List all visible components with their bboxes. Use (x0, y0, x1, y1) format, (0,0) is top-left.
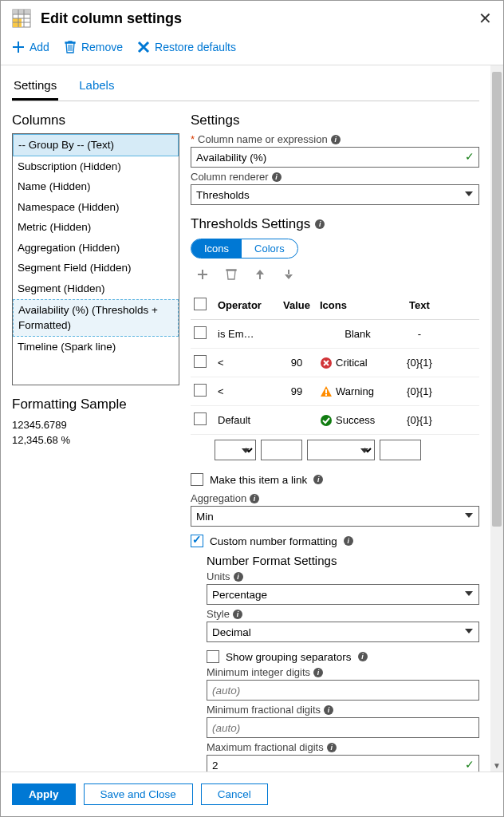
column-item[interactable]: -- Group By -- (Text) (13, 134, 179, 156)
columns-list[interactable]: -- Group By -- (Text) Subscription (Hidd… (12, 133, 179, 385)
info-icon[interactable]: i (327, 743, 337, 752)
column-item[interactable]: Timeline (Spark line) (13, 337, 179, 357)
min-frac-input[interactable] (207, 717, 479, 738)
threshold-up-icon[interactable] (253, 268, 267, 285)
info-icon[interactable]: i (234, 572, 243, 582)
threshold-row[interactable]: Default Success {0}{1} (191, 406, 479, 435)
tab-labels[interactable]: Labels (77, 73, 116, 101)
sample-header: Formatting Sample (12, 397, 179, 412)
add-button[interactable]: Add (12, 41, 49, 53)
column-item[interactable]: Segment (Hidden) (13, 278, 179, 299)
info-icon[interactable]: i (344, 536, 353, 546)
x-icon (137, 41, 150, 53)
new-text-input[interactable] (380, 440, 421, 460)
grouping-checkbox[interactable] (207, 650, 219, 663)
row-check[interactable] (194, 384, 207, 397)
scrollbar-thumb[interactable] (492, 72, 502, 527)
max-frac-input[interactable] (207, 755, 479, 772)
threshold-row[interactable]: < 90 Critical {0}{1} (191, 349, 479, 377)
threshold-down-icon[interactable] (282, 268, 296, 285)
make-link-checkbox[interactable] (191, 473, 203, 486)
threshold-mode-toggle[interactable]: Icons Colors (191, 239, 298, 259)
dialog-title: Edit column settings (41, 10, 478, 27)
svg-point-14 (321, 415, 332, 426)
custom-format-checkbox[interactable] (191, 535, 203, 547)
column-item[interactable]: Metric (Hidden) (13, 217, 179, 238)
row-check[interactable] (194, 326, 207, 339)
svg-rect-13 (325, 394, 327, 396)
sample-formatted: 12,345.68 % (12, 432, 179, 448)
column-name-input[interactable] (191, 147, 479, 168)
restore-button[interactable]: Restore defaults (137, 41, 236, 53)
info-icon[interactable]: i (250, 494, 259, 503)
aggregation-select[interactable]: Min (191, 506, 479, 527)
row-check[interactable] (194, 412, 207, 425)
threshold-add-icon[interactable] (195, 268, 210, 285)
min-int-input[interactable] (207, 680, 479, 701)
column-item[interactable]: Availability (%) (Thresholds + Formatted… (13, 299, 179, 337)
column-item[interactable]: Subscription (Hidden) (13, 156, 179, 177)
info-icon[interactable]: i (233, 610, 242, 619)
new-op-select[interactable] (215, 440, 256, 460)
scrollbar[interactable]: ▼ (490, 65, 503, 772)
cancel-button[interactable]: Cancel (201, 783, 268, 805)
success-icon (320, 414, 333, 427)
column-item[interactable]: Segment Field (Hidden) (13, 258, 179, 278)
critical-icon (320, 357, 333, 369)
pill-colors[interactable]: Colors (242, 239, 297, 258)
check-icon: ✓ (465, 758, 474, 771)
trash-icon (64, 41, 77, 53)
info-icon[interactable]: i (358, 652, 368, 661)
units-select[interactable]: Percentage (207, 584, 479, 605)
column-item[interactable]: Namespace (Hidden) (13, 197, 179, 218)
threshold-row[interactable]: < 99 Warning {0}{1} (191, 377, 479, 406)
svg-rect-1 (13, 10, 30, 14)
threshold-row[interactable]: is Em… Blank - (191, 320, 479, 349)
threshold-delete-icon[interactable] (224, 268, 238, 285)
info-icon[interactable]: i (324, 705, 333, 715)
plus-icon (12, 41, 25, 53)
nfs-header: Number Format Settings (207, 554, 479, 567)
info-icon[interactable]: i (331, 135, 341, 144)
new-val-input[interactable] (261, 440, 302, 460)
apply-button[interactable]: Apply (12, 783, 76, 805)
info-icon[interactable]: i (313, 475, 323, 484)
pill-icons[interactable]: Icons (191, 239, 242, 258)
svg-rect-12 (325, 389, 327, 393)
renderer-select[interactable]: Thresholds (191, 184, 479, 205)
warning-icon (320, 385, 333, 398)
check-all[interactable] (194, 298, 207, 310)
settings-header: Settings (191, 112, 479, 128)
remove-button[interactable]: Remove (64, 41, 123, 53)
info-icon[interactable]: i (315, 219, 325, 229)
row-check[interactable] (194, 355, 207, 368)
style-select[interactable]: Decimal (207, 622, 479, 642)
column-item[interactable]: Aggregation (Hidden) (13, 238, 179, 259)
close-button[interactable]: ✕ (478, 9, 492, 28)
grid-icon (12, 9, 31, 28)
column-item[interactable]: Name (Hidden) (13, 176, 179, 197)
new-icon-select[interactable] (307, 440, 375, 460)
info-icon[interactable]: i (313, 668, 323, 677)
sample-raw: 12345.6789 (12, 417, 179, 432)
save-close-button[interactable]: Save and Close (84, 783, 193, 805)
tab-settings[interactable]: Settings (12, 73, 58, 101)
columns-header: Columns (12, 112, 179, 128)
check-icon: ✓ (465, 150, 474, 163)
scroll-down-icon[interactable]: ▼ (490, 761, 503, 770)
info-icon[interactable]: i (272, 172, 282, 182)
